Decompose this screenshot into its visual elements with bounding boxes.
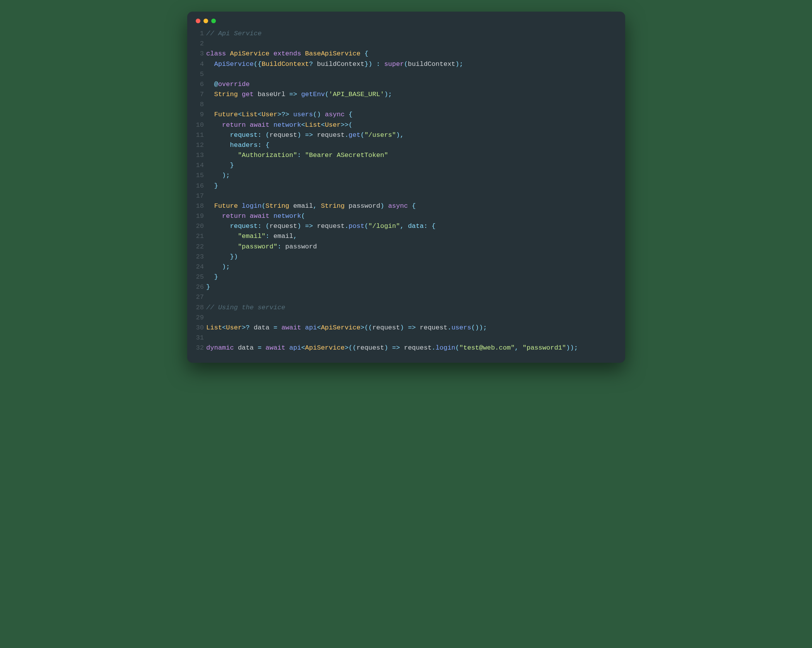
token-id: [321, 111, 325, 118]
token-kw: class: [206, 50, 226, 57]
token-pn: (: [364, 222, 368, 230]
token-ty: String: [214, 91, 238, 98]
token-pn: (: [360, 131, 364, 139]
line-number: 27: [196, 292, 204, 302]
token-pn: =: [258, 344, 262, 352]
token-st: 'API_BASE_URL': [329, 91, 384, 98]
line-content: List<User>? data = await api<ApiService>…: [204, 323, 487, 333]
token-id: [206, 263, 222, 271]
token-id: [206, 111, 214, 118]
token-pn: <: [222, 324, 226, 331]
minimize-icon[interactable]: [203, 19, 208, 23]
token-id: [206, 131, 230, 139]
token-pn: :: [258, 131, 262, 139]
token-st: "/login": [368, 222, 400, 230]
token-id: email: [289, 202, 313, 210]
token-pn: (: [262, 202, 265, 210]
token-ty: List: [242, 111, 258, 118]
token-kw: async: [388, 202, 408, 210]
line-number: 1: [196, 29, 204, 39]
code-line: 27: [196, 292, 617, 302]
code-line: 24 );: [196, 262, 617, 272]
token-id: [317, 202, 321, 210]
code-line: 12 headers: {: [196, 140, 617, 150]
line-content: // Using the service: [204, 303, 285, 313]
line-number: 17: [196, 191, 204, 201]
token-id: [301, 50, 305, 57]
token-at: @: [214, 81, 218, 88]
line-number: 15: [196, 171, 204, 181]
token-pn: >((: [360, 324, 372, 331]
token-pn: (: [301, 212, 305, 220]
code-window: 1// Api Service2 3class ApiService exten…: [187, 12, 625, 363]
token-id: email: [269, 233, 293, 240]
token-ty: String: [321, 202, 345, 210]
token-pn: ({: [253, 60, 261, 68]
token-id: [404, 324, 408, 331]
token-pn: {: [412, 202, 416, 210]
token-id: [238, 91, 242, 98]
token-id: [360, 50, 364, 57]
line-number: 14: [196, 160, 204, 171]
token-pn: =>: [392, 344, 400, 352]
code-line: 9 Future<List<User>?> users() async {: [196, 110, 617, 120]
token-id: [301, 131, 305, 139]
token-id: [206, 121, 222, 129]
line-content: }: [204, 282, 210, 292]
zoom-icon[interactable]: [211, 19, 216, 23]
token-id: [206, 212, 222, 220]
code-line: 19 return await network(: [196, 211, 617, 221]
token-pn: :: [265, 233, 269, 240]
token-id: [246, 212, 250, 220]
token-id: [380, 60, 384, 68]
code-line: 13 "Authorization": "Bearer ASecretToken…: [196, 150, 617, 160]
token-pn: (: [325, 91, 329, 98]
token-pn: }: [214, 273, 218, 281]
token-id: [269, 121, 273, 129]
window-controls: [196, 19, 617, 23]
line-number: 2: [196, 39, 204, 49]
token-pn: {: [364, 50, 368, 57]
line-number: 28: [196, 303, 204, 313]
token-ty: ApiService: [230, 50, 269, 57]
close-icon[interactable]: [196, 19, 200, 23]
token-id: [301, 152, 305, 159]
token-id: [206, 222, 230, 230]
line-number: 4: [196, 59, 204, 69]
token-st: "Bearer ASecretToken": [305, 152, 388, 159]
token-pn: :: [278, 243, 281, 250]
token-fn: users: [293, 111, 313, 118]
code-line: 26}: [196, 282, 617, 292]
token-pn: (: [265, 131, 269, 139]
token-pn: ,: [293, 233, 297, 240]
line-content: return await network(: [204, 211, 305, 221]
line-number: 11: [196, 130, 204, 140]
token-pn: (: [404, 60, 408, 68]
line-content: }: [204, 272, 218, 282]
token-ty: User: [226, 324, 242, 331]
token-id: request: [416, 324, 448, 331]
token-id: [408, 202, 412, 210]
token-id: [206, 162, 230, 169]
line-content: headers: {: [204, 140, 269, 150]
code-line: 17: [196, 191, 617, 201]
token-pn: .: [345, 222, 348, 230]
token-id: [269, 50, 273, 57]
token-pn: ): [384, 344, 388, 352]
token-id: [269, 212, 273, 220]
token-st: "/users": [364, 131, 396, 139]
line-content: request: (request) => request.post("/log…: [204, 221, 436, 231]
token-pn: );: [222, 172, 230, 179]
token-pn: }): [364, 60, 372, 68]
token-kw: return: [222, 212, 246, 220]
token-pn: );: [384, 91, 392, 98]
token-ty: User: [325, 121, 341, 129]
code-editor[interactable]: 1// Api Service2 3class ApiService exten…: [196, 29, 617, 353]
line-content: );: [204, 171, 230, 181]
token-fn: post: [348, 222, 364, 230]
token-pn: ): [297, 222, 301, 230]
token-named: request: [230, 131, 257, 139]
token-st: "Authorization": [238, 152, 297, 159]
line-content: request: (request) => request.get("/user…: [204, 130, 404, 140]
line-number: 12: [196, 140, 204, 150]
